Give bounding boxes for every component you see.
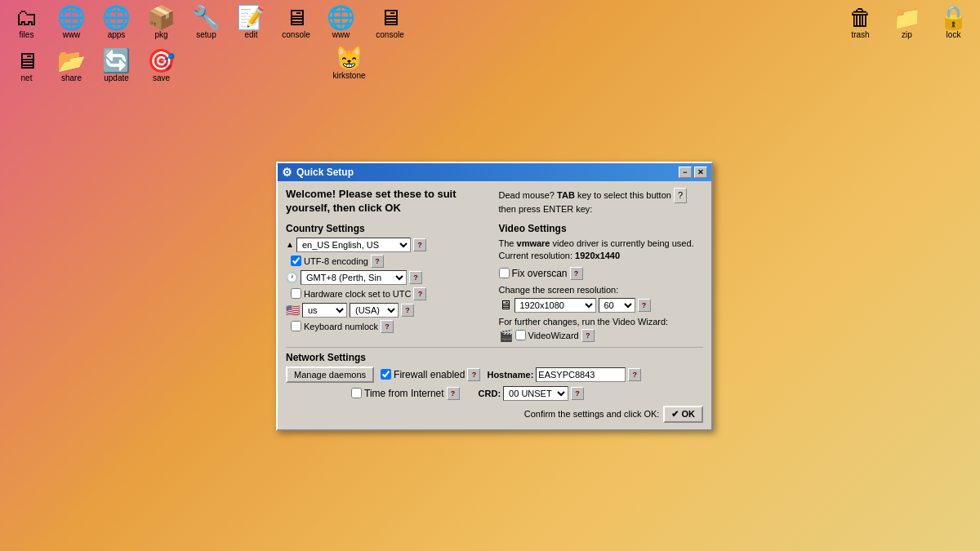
keyboard-numlock-label: Keyboard numlock bbox=[304, 322, 378, 331]
keyboard-numlock-help-button[interactable]: ? bbox=[381, 320, 394, 333]
timezone-row: 🕐 GMT+8 (Perth, Sin ? bbox=[286, 270, 491, 285]
confirm-row: Confirm the settings and click OK: ✔ OK bbox=[286, 406, 703, 423]
tab-key-text: TAB key to select this button bbox=[557, 190, 671, 200]
crd-select[interactable]: 00 UNSET bbox=[503, 386, 568, 401]
trash-icon: 🗑 bbox=[849, 7, 872, 29]
manage-daemons-button[interactable]: Manage daemons bbox=[286, 367, 374, 383]
edit-label: edit bbox=[244, 30, 257, 39]
timezone-help-button[interactable]: ? bbox=[409, 271, 422, 284]
apps-label: apps bbox=[108, 30, 126, 39]
desktop-icon-console2[interactable]: 🖥 console bbox=[368, 4, 412, 42]
hz-select[interactable]: 60 bbox=[599, 298, 635, 313]
update-icon: 🔄 bbox=[102, 50, 131, 73]
hw-clock-checkbox[interactable] bbox=[291, 288, 301, 299]
video-wizard-checkbox[interactable] bbox=[515, 330, 526, 340]
hw-clock-help-button[interactable]: ? bbox=[413, 287, 426, 300]
share-label: share bbox=[61, 73, 82, 82]
close-button[interactable]: ✕ bbox=[694, 167, 707, 178]
minimize-button[interactable]: − bbox=[679, 167, 692, 178]
time-from-internet-checkbox[interactable] bbox=[351, 388, 362, 398]
lock-icon: 🔒 bbox=[939, 7, 968, 29]
edit-icon: 📝 bbox=[237, 7, 265, 29]
www-label: www bbox=[63, 30, 81, 39]
locale-country-row: 🇺🇸 us (USA) ? bbox=[286, 303, 491, 318]
desktop-icon-www[interactable]: 🌐 www bbox=[49, 4, 94, 42]
desktop-icon-zip[interactable]: 📁 zip bbox=[884, 4, 929, 42]
utf8-label: UTF-8 encoding bbox=[304, 256, 368, 266]
www2-label: www bbox=[332, 30, 350, 39]
console2-label: console bbox=[376, 30, 403, 39]
lock-label: lock bbox=[947, 30, 961, 39]
utf8-checkbox[interactable] bbox=[291, 256, 301, 266]
clock-icon: 🕐 bbox=[286, 272, 298, 283]
utf8-help-button[interactable]: ? bbox=[371, 255, 384, 268]
locale-select[interactable]: en_US English, US bbox=[296, 238, 411, 252]
hostname-input[interactable] bbox=[536, 367, 626, 382]
desktop-icon-console[interactable]: 🖥 console bbox=[274, 4, 318, 42]
console2-icon: 🖥 bbox=[379, 7, 402, 29]
firewall-help-button[interactable]: ? bbox=[467, 368, 480, 381]
crd-label: CRD: bbox=[479, 389, 501, 398]
desktop-icon-pkg[interactable]: 📦 pkg bbox=[139, 4, 184, 42]
video-wizard-row: For further changes, run the Video Wizar… bbox=[499, 317, 704, 327]
www-icon: 🌐 bbox=[57, 7, 86, 29]
resolution-select[interactable]: 1920x1080 bbox=[514, 298, 596, 313]
hostname-help-button[interactable]: ? bbox=[628, 368, 641, 381]
console-icon: 🖥 bbox=[285, 7, 308, 29]
locale-country-select[interactable]: us bbox=[302, 303, 347, 318]
desktop-icon-update[interactable]: 🔄 update bbox=[94, 47, 139, 85]
fix-overscan-checkbox[interactable] bbox=[499, 268, 510, 278]
desktop-icon-net[interactable]: 🖥 net bbox=[4, 47, 49, 85]
update-label: update bbox=[104, 73, 129, 82]
video-settings-title: Video Settings bbox=[499, 223, 704, 234]
time-from-internet-label: Time from Internet bbox=[364, 388, 444, 399]
change-resolution-label: Change the screen resolution: bbox=[499, 285, 704, 295]
ok-button[interactable]: ✔ OK bbox=[663, 406, 703, 423]
dialog-titlebar: ⚙ Quick Setup − ✕ bbox=[278, 163, 711, 181]
resolution-help-button[interactable]: ? bbox=[638, 299, 651, 312]
desktop-icon-www2[interactable]: 🌐 www bbox=[318, 4, 363, 42]
fix-overscan-help-button[interactable]: ? bbox=[570, 267, 583, 280]
desktop-icon-apps[interactable]: 🌐 apps bbox=[94, 4, 139, 42]
files-label: files bbox=[20, 30, 34, 39]
then-press-text: then press ENTER key: bbox=[499, 204, 593, 214]
monitor-icon: 🖥 bbox=[499, 298, 512, 313]
desktop-icon-trash[interactable]: 🗑 trash bbox=[838, 4, 883, 42]
locale-country-help-button[interactable]: ? bbox=[401, 304, 414, 317]
video-wizard-help-button[interactable]: ? bbox=[581, 329, 595, 342]
desktop-icon-kirkstone[interactable]: 😸 kirkstone bbox=[327, 45, 372, 82]
setup-icon: 🔧 bbox=[192, 7, 220, 29]
dialog-title: Quick Setup bbox=[296, 167, 354, 178]
locale-country-desc-select[interactable]: (USA) bbox=[350, 303, 399, 318]
fix-overscan-row: Fix overscan ? bbox=[499, 267, 704, 280]
resolution-row: 🖥 1920x1080 60 ? bbox=[499, 298, 704, 313]
crd-help-button[interactable]: ? bbox=[571, 387, 584, 400]
share-icon: 📂 bbox=[57, 50, 86, 73]
desktop-icon-setup[interactable]: 🔧 setup bbox=[184, 4, 229, 42]
welcome-text: Welcome! Please set these to suit yourse… bbox=[286, 188, 491, 216]
timezone-select[interactable]: GMT+8 (Perth, Sin bbox=[301, 270, 407, 285]
locale-row: ▲ en_US English, US ? bbox=[286, 238, 491, 252]
firewall-checkbox[interactable] bbox=[381, 369, 391, 380]
hostname-row: Hostname: ? bbox=[487, 367, 641, 382]
time-row: Time from Internet ? CRD: 00 UNSET ? bbox=[286, 386, 703, 401]
desktop-icon-lock[interactable]: 🔒 lock bbox=[931, 4, 976, 42]
locale-arrow-icon: ▲ bbox=[286, 240, 294, 249]
video-driver-text: The vmware video driver is currently bei… bbox=[499, 238, 704, 263]
video-wizard-label: VideoWizard bbox=[528, 331, 579, 340]
kirkstone-icon: 😸 bbox=[335, 47, 363, 70]
quick-setup-dialog: ⚙ Quick Setup − ✕ Welcome! Please set th… bbox=[276, 162, 713, 431]
keyboard-numlock-checkbox[interactable] bbox=[291, 321, 301, 331]
desktop-icon-share[interactable]: 📂 share bbox=[49, 47, 94, 85]
locale-help-button[interactable]: ? bbox=[413, 238, 426, 251]
network-settings-title: Network Settings bbox=[286, 352, 703, 363]
dead-mouse-button[interactable]: ? bbox=[674, 188, 687, 203]
zip-icon: 📁 bbox=[893, 7, 921, 29]
desktop-icon-files[interactable]: 🗂 files bbox=[4, 4, 49, 42]
desktop-icon-save[interactable]: 🎯 save bbox=[139, 47, 184, 85]
time-help-button[interactable]: ? bbox=[447, 387, 460, 400]
video-wizard-text: For further changes, run the Video Wizar… bbox=[499, 317, 669, 327]
save-icon: 🎯 bbox=[147, 50, 176, 73]
flag-icon: 🇺🇸 bbox=[286, 304, 300, 317]
desktop-icon-edit[interactable]: 📝 edit bbox=[229, 4, 274, 42]
